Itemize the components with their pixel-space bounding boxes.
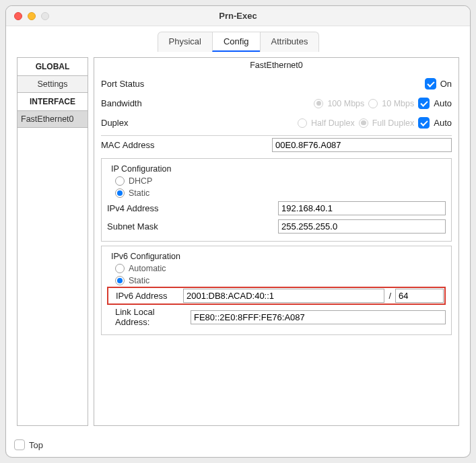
ipv6-address-label: IPv6 Address bbox=[116, 291, 179, 301]
row-port-status: Port Status On bbox=[101, 74, 452, 94]
mac-address-label: MAC Address bbox=[101, 140, 268, 150]
content-area: Physical Config Attributes GLOBAL Settin… bbox=[6, 26, 470, 434]
bandwidth-label: Bandwidth bbox=[101, 98, 212, 108]
footer: Top bbox=[6, 434, 470, 457]
duplex-full-radio bbox=[359, 118, 368, 128]
ip-configuration-title: IP Configuration bbox=[107, 162, 446, 175]
row-duplex: Duplex Half Duplex Full Duplex Auto bbox=[101, 113, 452, 133]
ip-static-radio[interactable] bbox=[115, 188, 125, 198]
row-mac-address: MAC Address bbox=[101, 136, 452, 154]
row-bandwidth: Bandwidth 100 Mbps 10 Mbps Auto bbox=[101, 94, 452, 113]
duplex-half-radio bbox=[298, 118, 307, 128]
top-checkbox[interactable] bbox=[14, 439, 25, 450]
subnet-mask-input[interactable] bbox=[278, 219, 446, 234]
window-title: Prn-Exec bbox=[6, 11, 470, 21]
port-status-checkbox[interactable] bbox=[425, 78, 436, 90]
sidebar: GLOBAL Settings INTERFACE FastEthernet0 bbox=[17, 57, 88, 426]
ipv6-configuration-title: IPv6 Configuration bbox=[107, 249, 446, 262]
bandwidth-10-label: 10 Mbps bbox=[382, 99, 414, 108]
ipv6-static-radio[interactable] bbox=[115, 276, 125, 285]
ip-dhcp-radio[interactable] bbox=[115, 176, 125, 186]
ipv6-prefix-input[interactable] bbox=[395, 289, 444, 303]
titlebar: Prn-Exec bbox=[6, 6, 470, 26]
link-local-label: Link Local Address: bbox=[115, 307, 186, 327]
body: GLOBAL Settings INTERFACE FastEthernet0 … bbox=[14, 52, 462, 429]
port-status-label: Port Status bbox=[101, 79, 212, 89]
bandwidth-100-label: 100 Mbps bbox=[327, 99, 364, 108]
bandwidth-100-radio bbox=[314, 99, 323, 108]
ip-dhcp-label: DHCP bbox=[129, 176, 152, 186]
duplex-full-label: Full Duplex bbox=[372, 118, 415, 128]
ipv6-configuration-group: IPv6 Configuration Automatic Static IPv6… bbox=[101, 246, 452, 335]
bandwidth-auto-label: Auto bbox=[434, 98, 452, 108]
ipv6-automatic-radio[interactable] bbox=[115, 264, 125, 273]
ipv6-prefix-slash: / bbox=[388, 291, 391, 301]
sidebar-item-settings[interactable]: Settings bbox=[18, 76, 88, 93]
mac-address-input[interactable] bbox=[272, 138, 452, 152]
ipv4-address-input[interactable] bbox=[278, 201, 446, 215]
sidebar-header-global: GLOBAL bbox=[18, 58, 88, 76]
ip-static-label: Static bbox=[129, 188, 149, 198]
sidebar-item-fastethernet0[interactable]: FastEthernet0 bbox=[18, 111, 88, 128]
bandwidth-10-radio bbox=[368, 99, 378, 108]
port-status-on-label: On bbox=[440, 79, 452, 89]
bandwidth-auto-checkbox[interactable] bbox=[418, 98, 430, 109]
app-window: Prn-Exec Physical Config Attributes GLOB… bbox=[5, 5, 471, 458]
duplex-auto-label: Auto bbox=[434, 118, 452, 128]
top-label: Top bbox=[29, 440, 43, 450]
tab-bar: Physical Config Attributes bbox=[14, 32, 462, 52]
ipv6-static-label: Static bbox=[129, 276, 149, 285]
ipv6-address-highlight: IPv6 Address / bbox=[107, 287, 446, 305]
ipv6-automatic-label: Automatic bbox=[129, 264, 166, 273]
subnet-mask-label: Subnet Mask bbox=[107, 221, 274, 232]
duplex-label: Duplex bbox=[101, 118, 212, 128]
config-panel: FastEthernet0 Port Status On Bandwidth 1… bbox=[94, 57, 459, 426]
ip-configuration-group: IP Configuration DHCP Static IPv4 Addres… bbox=[101, 158, 452, 242]
panel-title: FastEthernet0 bbox=[101, 58, 452, 74]
ipv6-address-input[interactable] bbox=[183, 289, 384, 303]
tab-physical[interactable]: Physical bbox=[158, 32, 213, 52]
duplex-auto-checkbox[interactable] bbox=[418, 117, 430, 129]
duplex-half-label: Half Duplex bbox=[311, 118, 355, 128]
ipv4-address-label: IPv4 Address bbox=[107, 203, 274, 213]
link-local-input[interactable] bbox=[191, 310, 446, 324]
tab-attributes[interactable]: Attributes bbox=[260, 32, 320, 52]
tab-config[interactable]: Config bbox=[212, 32, 261, 52]
sidebar-header-interface: INTERFACE bbox=[18, 93, 88, 111]
